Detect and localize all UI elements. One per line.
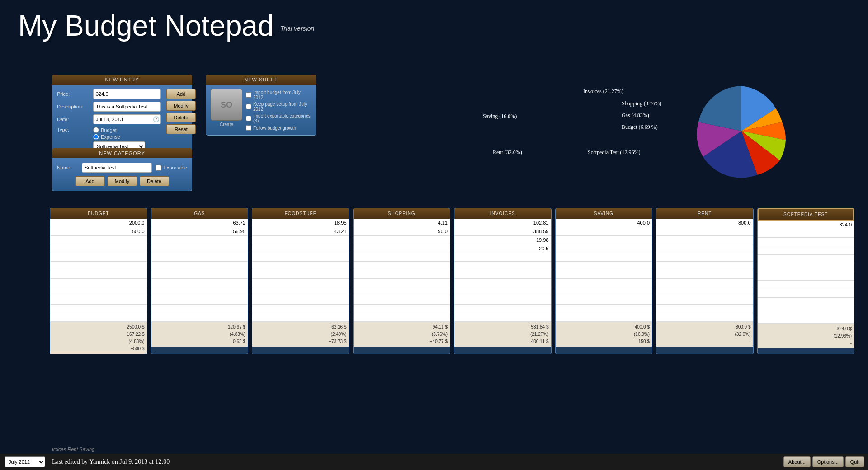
sheet-checkbox-1[interactable] [246, 92, 251, 98]
table-row[interactable] [354, 296, 450, 305]
add-button[interactable]: Add [166, 89, 196, 99]
table-row[interactable] [758, 238, 854, 246]
table-row[interactable] [454, 296, 551, 305]
sheet-checkbox-2[interactable] [246, 104, 251, 109]
create-button[interactable]: SO [211, 89, 242, 121]
table-row[interactable]: 18.95 [252, 219, 349, 227]
month-select[interactable]: July 2012 [5, 456, 45, 467]
table-row[interactable]: 20.5 [454, 244, 551, 253]
table-row[interactable] [50, 287, 147, 296]
table-row[interactable] [758, 289, 854, 298]
about-button[interactable]: About... [783, 456, 811, 467]
options-button[interactable]: Options... [812, 456, 844, 467]
budget-radio-input[interactable] [93, 127, 99, 133]
table-row[interactable] [556, 296, 652, 305]
table-row[interactable] [151, 244, 248, 253]
table-row[interactable] [252, 313, 349, 322]
table-row[interactable] [656, 270, 753, 279]
table-row[interactable] [656, 305, 753, 313]
table-row[interactable] [50, 236, 147, 244]
expense-radio-input[interactable] [93, 134, 99, 140]
table-row[interactable] [252, 305, 349, 313]
table-row[interactable] [252, 262, 349, 270]
table-row[interactable]: 2000.0 [50, 219, 147, 227]
delete-button[interactable]: Delete [166, 113, 196, 122]
table-row[interactable] [454, 253, 551, 262]
table-row[interactable] [354, 305, 450, 313]
table-row[interactable] [556, 262, 652, 270]
table-row[interactable] [758, 272, 854, 281]
table-row[interactable] [556, 287, 652, 296]
table-row[interactable] [454, 313, 551, 322]
table-row[interactable]: 43.21 [252, 227, 349, 236]
table-row[interactable] [354, 236, 450, 244]
table-row[interactable] [252, 279, 349, 287]
table-row[interactable] [50, 270, 147, 279]
cat-add-button[interactable]: Add [75, 176, 105, 186]
table-row[interactable] [151, 279, 248, 287]
table-row[interactable] [151, 262, 248, 270]
table-row[interactable] [758, 255, 854, 263]
modify-button[interactable]: Modify [166, 101, 196, 111]
table-row[interactable]: 500.0 [50, 227, 147, 236]
table-row[interactable] [556, 227, 652, 236]
table-row[interactable] [354, 244, 450, 253]
table-row[interactable] [252, 287, 349, 296]
table-row[interactable]: 400.0 [556, 219, 652, 227]
table-row[interactable] [151, 270, 248, 279]
price-input[interactable] [93, 89, 161, 99]
table-row[interactable]: 4.11 [354, 219, 450, 227]
table-row[interactable] [656, 227, 753, 236]
table-row[interactable]: 19.98 [454, 236, 551, 244]
table-row[interactable] [354, 270, 450, 279]
table-row[interactable] [656, 287, 753, 296]
table-row[interactable] [151, 313, 248, 322]
table-row[interactable] [252, 296, 349, 305]
table-row[interactable]: 102.81 [454, 219, 551, 227]
sheet-option-3[interactable]: Import exportable categories (3) [246, 113, 311, 123]
reset-button[interactable]: Reset [166, 124, 196, 134]
table-row[interactable] [656, 253, 753, 262]
table-row[interactable]: 388.55 [454, 227, 551, 236]
table-row[interactable] [556, 313, 652, 322]
table-row[interactable] [151, 287, 248, 296]
table-row[interactable] [758, 229, 854, 238]
table-row[interactable] [50, 279, 147, 287]
expense-radio[interactable]: Expense [93, 134, 145, 140]
sheet-checkbox-4[interactable] [246, 125, 251, 131]
budget-radio[interactable]: Budget [93, 127, 145, 133]
table-row[interactable] [50, 296, 147, 305]
sheet-checkbox-3[interactable] [246, 116, 251, 121]
date-input[interactable] [93, 114, 161, 124]
table-row[interactable] [556, 236, 652, 244]
table-row[interactable] [151, 253, 248, 262]
exportable-checkbox[interactable] [156, 165, 161, 171]
table-row[interactable] [252, 253, 349, 262]
exportable-label[interactable]: Exportable [156, 165, 187, 171]
table-row[interactable]: 56.95 [151, 227, 248, 236]
table-row[interactable] [50, 313, 147, 322]
table-row[interactable] [151, 296, 248, 305]
table-row[interactable]: 800.0 [656, 219, 753, 227]
table-row[interactable] [252, 236, 349, 244]
table-row[interactable] [354, 279, 450, 287]
table-row[interactable] [656, 262, 753, 270]
table-row[interactable] [556, 253, 652, 262]
table-row[interactable] [454, 287, 551, 296]
table-row[interactable] [454, 305, 551, 313]
cat-delete-button[interactable]: Delete [140, 176, 169, 186]
table-row[interactable]: 90.0 [354, 227, 450, 236]
table-row[interactable] [50, 244, 147, 253]
table-row[interactable] [556, 305, 652, 313]
table-row[interactable] [556, 270, 652, 279]
table-row[interactable] [151, 236, 248, 244]
table-row[interactable] [758, 246, 854, 255]
table-row[interactable] [354, 253, 450, 262]
table-row[interactable] [50, 305, 147, 313]
table-row[interactable] [656, 313, 753, 322]
table-row[interactable] [656, 236, 753, 244]
sheet-option-2[interactable]: Keep page setup from July 2012 [246, 102, 311, 112]
table-row[interactable] [354, 287, 450, 296]
table-row[interactable] [758, 263, 854, 272]
table-row[interactable] [454, 262, 551, 270]
